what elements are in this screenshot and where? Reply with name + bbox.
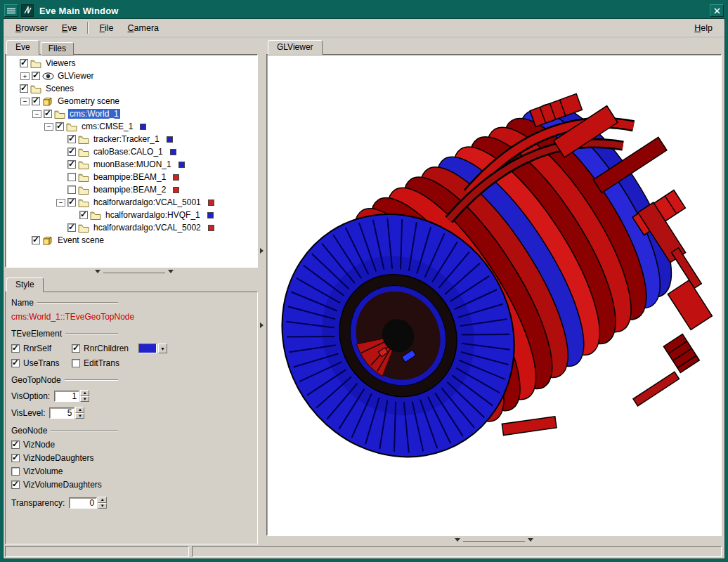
expander-toggle[interactable]: [68, 211, 77, 219]
visibility-checkbox[interactable]: ✓: [32, 97, 40, 105]
tree-item[interactable]: ✓ Event scene: [6, 234, 257, 247]
tree-item[interactable]: ✓ hcalforwardalgo:HVQF_1: [6, 209, 257, 221]
tree-item-label[interactable]: tracker:Tracker_1: [92, 134, 161, 144]
vislevel-input[interactable]: 5: [49, 407, 74, 419]
tree-item[interactable]: ✓ muonBase:MUON_1: [6, 158, 257, 171]
visibility-checkbox[interactable]: ✓: [67, 135, 76, 143]
splitter-arrow-icon: [260, 322, 264, 328]
window-menu-button[interactable]: [4, 4, 18, 17]
transparency-spinner[interactable]: ▲▼: [98, 497, 107, 509]
visoption-input[interactable]: 1: [54, 391, 79, 402]
gl-viewer-canvas[interactable]: [266, 54, 722, 536]
rnrchildren-checkbox[interactable]: ✓ RnrChildren: [72, 344, 129, 353]
splitter-arrow-icon: [95, 270, 100, 273]
viznodedaughters-checkbox[interactable]: ✓ VizNodeDaughters: [11, 453, 252, 463]
tree-item-label[interactable]: cms:CMSE_1: [80, 122, 134, 131]
vizvolumedaughters-checkbox[interactable]: ✓ VizVolumeDaughters: [11, 480, 252, 490]
viewer-bottom-splitter[interactable]: [266, 536, 722, 544]
tree-item-label[interactable]: Scenes: [44, 84, 75, 93]
tree-item-label[interactable]: muonBase:MUON_1: [92, 159, 173, 169]
folder-icon: [78, 148, 89, 157]
tree-item-label[interactable]: cms:World_1: [68, 109, 120, 119]
visibility-checkbox[interactable]: ✓: [20, 84, 28, 93]
visibility-checkbox[interactable]: ✓: [32, 236, 40, 244]
expander-toggle[interactable]: −: [20, 98, 30, 105]
visibility-checkbox[interactable]: ✓: [67, 173, 76, 181]
menu-camera[interactable]: Camera: [122, 21, 165, 35]
close-button[interactable]: [710, 4, 724, 17]
tree-item-label[interactable]: caloBase:CALO_1: [92, 147, 164, 157]
visoption-spinner[interactable]: ▲▼: [80, 390, 89, 402]
menu-file[interactable]: File: [93, 21, 119, 35]
tree-item[interactable]: − ✓ Geometry scene: [6, 95, 257, 107]
expander-toggle[interactable]: +: [20, 72, 30, 80]
expander-toggle[interactable]: −: [32, 110, 41, 118]
tab-files[interactable]: Files: [41, 42, 74, 55]
expander-toggle[interactable]: [56, 148, 65, 156]
vizvolume-checkbox[interactable]: ✓ VizVolume: [11, 466, 252, 476]
menu-browser[interactable]: Browser: [9, 21, 54, 35]
status-bar-right: [192, 546, 722, 557]
visibility-checkbox[interactable]: ✓: [79, 211, 88, 219]
visibility-checkbox[interactable]: ✓: [67, 160, 76, 169]
tree-item[interactable]: − ✓ cms:CMSE_1: [6, 120, 257, 133]
visibility-checkbox[interactable]: ✓: [67, 223, 76, 232]
visibility-checkbox[interactable]: ✓: [44, 110, 52, 118]
tree-item[interactable]: − ✓ cms:World_1: [6, 107, 257, 120]
expander-toggle[interactable]: [56, 136, 65, 143]
edittrans-checkbox[interactable]: ✓ EditTrans: [72, 358, 119, 368]
tree-item-label[interactable]: Viewers: [44, 58, 77, 68]
tree-item[interactable]: ✓ caloBase:CALO_1: [6, 145, 257, 158]
tab-style[interactable]: Style: [6, 277, 44, 292]
tree-item-label[interactable]: GLViewer: [56, 71, 96, 81]
tree-item-label[interactable]: beampipe:BEAM_2: [92, 185, 167, 195]
tree-item-label[interactable]: beampipe:BEAM_1: [92, 172, 167, 182]
tree-item-label[interactable]: Event scene: [56, 235, 105, 245]
expander-toggle[interactable]: −: [56, 199, 65, 207]
visibility-checkbox[interactable]: ✓: [67, 198, 76, 207]
tree-style-splitter[interactable]: [5, 268, 258, 276]
rnrself-checkbox[interactable]: ✓ RnrSelf: [11, 344, 72, 353]
usetrans-checkbox[interactable]: ✓ UseTrans: [11, 358, 72, 368]
node-icon: [78, 173, 90, 182]
tree-item[interactable]: − ✓ hcalforwardalgo:VCAL_5001: [6, 196, 257, 209]
tree-item[interactable]: ✓ beampipe:BEAM_2: [6, 183, 257, 196]
tree-item[interactable]: ✓ hcalforwardalgo:VCAL_5002: [6, 221, 257, 234]
vislevel-spinner[interactable]: ▲▼: [75, 407, 84, 419]
tree-item-label[interactable]: hcalforwardalgo:VCAL_5001: [92, 197, 202, 207]
tree-item-label[interactable]: hcalforwardalgo:HVQF_1: [104, 210, 202, 220]
visibility-checkbox[interactable]: ✓: [67, 148, 76, 156]
tree-item[interactable]: ✓ Viewers: [6, 57, 257, 70]
expander-toggle[interactable]: [56, 186, 65, 194]
visibility-checkbox[interactable]: ✓: [32, 72, 40, 80]
menu-help[interactable]: Help: [688, 21, 719, 35]
color-dropdown-arrow[interactable]: ▾: [158, 344, 167, 353]
expander-toggle[interactable]: [20, 237, 30, 244]
transparency-input[interactable]: 0: [69, 497, 97, 509]
expander-toggle[interactable]: [8, 60, 18, 67]
tab-glviewer[interactable]: GLViewer: [268, 40, 323, 55]
main-color-swatch[interactable]: [138, 344, 157, 353]
title-bar[interactable]: Eve Main Window: [3, 3, 725, 18]
expander-toggle[interactable]: −: [44, 123, 53, 131]
tree-item[interactable]: ✓ Scenes: [6, 82, 257, 95]
expander-toggle[interactable]: [8, 85, 18, 93]
tree-item-label[interactable]: Geometry scene: [56, 96, 121, 106]
tree-item[interactable]: ✓ beampipe:BEAM_1: [6, 171, 257, 183]
visibility-checkbox[interactable]: ✓: [20, 59, 28, 67]
scene-tree-panel[interactable]: ✓ Viewers + ✓: [5, 54, 258, 268]
viznode-checkbox[interactable]: ✓ VizNode: [11, 440, 252, 450]
menu-eve[interactable]: Eve: [56, 21, 84, 35]
vertical-splitter[interactable]: [258, 39, 266, 544]
tree-item-label[interactable]: hcalforwardalgo:VCAL_5002: [92, 223, 202, 233]
expander-toggle[interactable]: [56, 174, 65, 181]
visibility-checkbox[interactable]: ✓: [67, 185, 76, 194]
expander-toggle[interactable]: [56, 161, 65, 169]
color-chip: [170, 149, 176, 155]
name-group-header: Name: [11, 298, 118, 308]
tree-item[interactable]: + ✓ GLViewer: [6, 70, 257, 82]
tree-item[interactable]: ✓ tracker:Tracker_1: [6, 133, 257, 145]
expander-toggle[interactable]: [56, 224, 65, 232]
visibility-checkbox[interactable]: ✓: [56, 122, 64, 131]
tab-eve[interactable]: Eve: [6, 40, 39, 55]
